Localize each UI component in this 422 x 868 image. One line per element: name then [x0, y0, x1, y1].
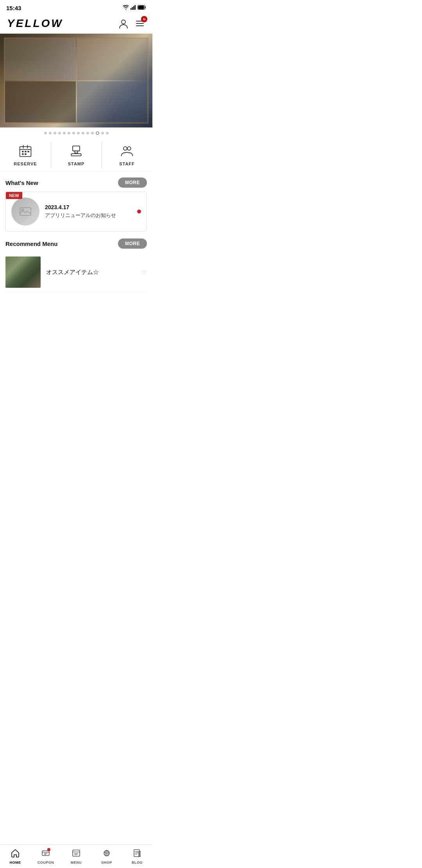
menu-button[interactable]: N: [134, 18, 145, 29]
dot-11[interactable]: [91, 132, 94, 135]
hero-pane-2: [77, 39, 148, 80]
status-icons: [123, 4, 146, 11]
hero-window: [4, 38, 148, 124]
svg-rect-0: [131, 8, 132, 10]
svg-rect-1: [132, 7, 133, 10]
recommend-title: Recommend Menu: [5, 240, 57, 247]
svg-rect-19: [73, 146, 80, 151]
status-time: 15:43: [6, 5, 21, 11]
whats-new-header: What's New MORE: [5, 178, 147, 188]
whats-new-more-button[interactable]: MORE: [118, 178, 147, 188]
svg-rect-14: [22, 151, 24, 152]
dot-5[interactable]: [63, 132, 66, 135]
svg-rect-16: [27, 151, 29, 152]
news-card-1[interactable]: NEW 2023.4.17 アプリリニューアルのお知らせ: [5, 192, 147, 231]
svg-point-6: [122, 20, 125, 24]
stamp-button[interactable]: STAMP: [51, 143, 102, 166]
favorite-star-icon[interactable]: ☆: [141, 268, 147, 276]
dot-8[interactable]: [77, 132, 80, 135]
quick-actions: RESERVE STAMP STAFF: [0, 138, 152, 172]
whats-new-title: What's New: [5, 179, 38, 186]
news-avatar: [11, 197, 39, 226]
hero-pane-1: [5, 39, 76, 80]
svg-point-23: [127, 147, 131, 150]
header-logo: YELLOW: [7, 17, 63, 30]
svg-rect-2: [133, 6, 134, 10]
dot-2[interactable]: [49, 132, 52, 135]
staff-label: STAFF: [119, 161, 135, 166]
notification-badge: N: [141, 16, 147, 22]
recommend-section: Recommend Menu MORE オススメアイテム☆ ☆: [0, 239, 152, 292]
dot-4[interactable]: [58, 132, 61, 135]
whats-new-section: What's New MORE NEW 2023.4.17 アプリリニューアルの…: [0, 178, 152, 231]
staff-button[interactable]: STAFF: [102, 143, 152, 166]
header: YELLOW N: [0, 14, 152, 34]
image-placeholder-icon: [18, 204, 32, 219]
svg-rect-5: [138, 6, 144, 9]
svg-rect-8: [136, 23, 144, 24]
dot-9[interactable]: [82, 132, 84, 135]
reserve-button[interactable]: RESERVE: [0, 143, 51, 166]
svg-rect-20: [75, 151, 77, 153]
news-title: アプリリニューアルのお知らせ: [45, 212, 132, 219]
signal-icon: [131, 4, 136, 11]
recommend-name: オススメアイテム☆: [46, 269, 99, 275]
svg-rect-3: [135, 5, 136, 10]
dot-12[interactable]: [96, 131, 99, 135]
svg-point-22: [123, 147, 127, 150]
recommend-image: [5, 256, 41, 288]
dot-3[interactable]: [54, 132, 56, 135]
staff-icon: [119, 143, 135, 159]
stamp-icon: [68, 143, 84, 159]
svg-rect-18: [25, 153, 26, 155]
hero-pane-3: [5, 81, 76, 123]
dot-6[interactable]: [68, 132, 70, 135]
recommend-content: オススメアイテム☆: [46, 269, 135, 276]
recommend-header: Recommend Menu MORE: [5, 239, 147, 249]
recommend-more-button[interactable]: MORE: [118, 239, 147, 249]
dot-1[interactable]: [44, 132, 47, 135]
carousel-dots: [0, 127, 152, 138]
dot-10[interactable]: [86, 132, 89, 135]
news-unread-dot: [137, 210, 141, 213]
stamp-label: STAMP: [68, 161, 85, 166]
news-date: 2023.4.17: [45, 204, 132, 210]
wifi-icon: [123, 4, 129, 11]
svg-rect-21: [71, 154, 81, 156]
header-icons: N: [118, 18, 145, 29]
svg-rect-17: [22, 153, 24, 155]
svg-point-25: [22, 209, 24, 211]
hero-image: [0, 34, 152, 127]
new-badge: NEW: [6, 192, 22, 199]
svg-rect-15: [25, 151, 26, 152]
status-bar: 15:43: [0, 0, 152, 14]
dot-14[interactable]: [106, 132, 109, 135]
hero-pane-4: [77, 81, 148, 123]
news-content: 2023.4.17 アプリリニューアルのお知らせ: [45, 204, 132, 219]
dot-7[interactable]: [72, 132, 75, 135]
person-icon: [118, 18, 129, 29]
reserve-icon: [17, 143, 34, 159]
battery-icon: [138, 4, 146, 11]
dot-13[interactable]: [101, 132, 104, 135]
recommend-card-1[interactable]: オススメアイテム☆ ☆: [5, 253, 147, 292]
news-avatar-inner: [11, 197, 39, 226]
profile-button[interactable]: [118, 18, 129, 29]
reserve-label: RESERVE: [14, 161, 37, 166]
svg-rect-9: [136, 25, 144, 26]
